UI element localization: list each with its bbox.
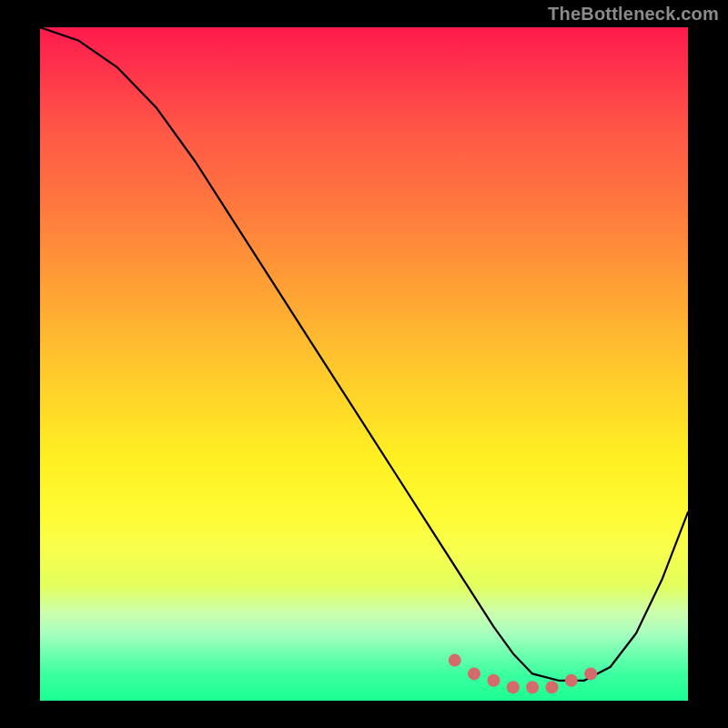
optimal-marker (468, 667, 480, 680)
bottleneck-curve (40, 27, 688, 681)
optimal-range-markers (449, 654, 598, 694)
optimal-marker (584, 667, 597, 680)
curve-layer (40, 27, 688, 701)
chart-frame: TheBottleneck.com (0, 0, 728, 728)
watermark-text: TheBottleneck.com (548, 4, 719, 25)
optimal-marker (507, 681, 520, 693)
optimal-marker (565, 674, 578, 687)
optimal-marker (526, 681, 539, 693)
optimal-marker (546, 681, 559, 693)
optimal-marker (449, 654, 461, 667)
optimal-marker (487, 674, 500, 687)
plot-area (40, 27, 688, 701)
